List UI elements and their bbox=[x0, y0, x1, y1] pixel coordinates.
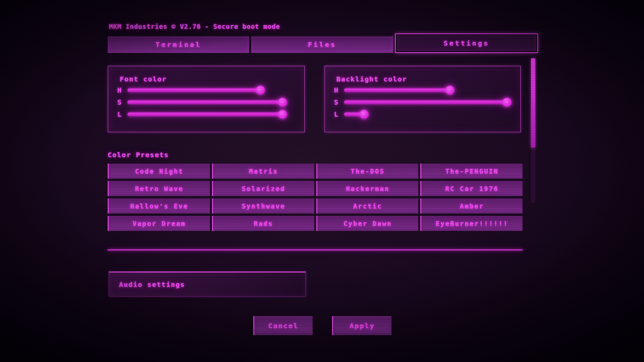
slider-knob[interactable] bbox=[278, 110, 287, 119]
slider-label-l: L bbox=[117, 110, 125, 118]
slider-knob[interactable] bbox=[278, 98, 287, 107]
scrollbar-thumb[interactable] bbox=[531, 58, 535, 147]
window-title: MKM Industries © V2.76 - Secure boot mod… bbox=[109, 23, 280, 30]
preset-button-arctic[interactable]: Arctic bbox=[316, 198, 419, 214]
font-color-sliders: HSL bbox=[108, 85, 304, 119]
preset-button-hallow-s-eve[interactable]: Hallow's Eve bbox=[108, 198, 210, 214]
preset-button-vapor-dream[interactable]: Vapor Dream bbox=[108, 216, 210, 231]
preset-button-hackerman[interactable]: Hackerman bbox=[316, 181, 419, 196]
preset-button-solarized[interactable]: Solarized bbox=[212, 181, 314, 196]
slider-fill bbox=[344, 101, 507, 104]
backlight-color-panel-slider-h[interactable] bbox=[344, 85, 512, 95]
font-color-panel-slider-l[interactable] bbox=[127, 110, 296, 119]
tab-settings[interactable]: Settings bbox=[395, 34, 538, 53]
audio-settings-label: Audio settings bbox=[119, 281, 185, 289]
preset-button-rads[interactable]: Rads bbox=[212, 216, 314, 231]
font-color-panel: Font color HSL bbox=[108, 66, 305, 132]
slider-label-s: S bbox=[334, 98, 341, 106]
section-divider bbox=[108, 249, 523, 250]
slider-knob[interactable] bbox=[360, 110, 369, 119]
backlight-color-panel-slider-l[interactable] bbox=[344, 110, 512, 119]
font-color-panel-row-h: H bbox=[117, 85, 296, 95]
tab-terminal[interactable]: Terminal bbox=[108, 36, 249, 53]
slider-fill bbox=[127, 101, 283, 104]
preset-button-rc-car-1976[interactable]: RC Car 1976 bbox=[420, 181, 523, 196]
backlight-color-panel-slider-s[interactable] bbox=[344, 98, 512, 107]
backlight-color-panel: Backlight color HSL bbox=[324, 66, 521, 132]
preset-button-amber[interactable]: Amber bbox=[420, 198, 523, 214]
preset-button-eyeburner[interactable]: EyeBurner!!!!!! bbox=[420, 216, 523, 231]
slider-fill bbox=[127, 113, 283, 116]
slider-label-h: H bbox=[334, 86, 341, 94]
backlight-color-panel-row-l: L bbox=[334, 109, 512, 119]
preset-button-synthwave[interactable]: Synthwave bbox=[212, 198, 314, 214]
font-color-panel-title: Font color bbox=[120, 75, 304, 83]
preset-button-matrix[interactable]: Matrix bbox=[212, 164, 314, 179]
backlight-color-sliders: HSL bbox=[325, 85, 520, 119]
font-color-panel-row-s: S bbox=[117, 97, 296, 107]
color-presets-title: Color Presets bbox=[108, 151, 169, 159]
slider-label-s: S bbox=[117, 98, 125, 106]
font-color-panel-slider-s[interactable] bbox=[127, 98, 296, 107]
preset-button-retro-wave[interactable]: Retro Wave bbox=[108, 181, 210, 196]
slider-fill bbox=[344, 88, 450, 92]
preset-button-the-dos[interactable]: The-DOS bbox=[316, 164, 419, 179]
crt-screen: MKM Industries © V2.76 - Secure boot mod… bbox=[0, 0, 644, 362]
preset-button-cyber-dawn[interactable]: Cyber Dawn bbox=[316, 216, 419, 231]
audio-settings-section[interactable]: Audio settings bbox=[109, 272, 306, 297]
slider-label-l: L bbox=[334, 110, 341, 118]
tab-bar: TerminalFilesSettings bbox=[108, 34, 538, 53]
backlight-color-panel-title: Backlight color bbox=[336, 75, 520, 83]
font-color-panel-row-l: L bbox=[117, 109, 296, 119]
preset-grid: Code NightMatrixThe-DOSThe-PENGUINRetro … bbox=[108, 164, 523, 231]
backlight-color-panel-row-h: H bbox=[334, 85, 512, 95]
apply-button[interactable]: Apply bbox=[332, 316, 391, 335]
slider-label-h: H bbox=[117, 86, 125, 94]
preset-button-the-penguin[interactable]: The-PENGUIN bbox=[420, 164, 523, 179]
scrollbar-track[interactable] bbox=[531, 58, 535, 202]
preset-button-code-night[interactable]: Code Night bbox=[108, 164, 210, 179]
slider-fill bbox=[127, 88, 261, 92]
slider-knob[interactable] bbox=[445, 86, 454, 95]
font-color-panel-slider-h[interactable] bbox=[127, 85, 296, 95]
slider-knob[interactable] bbox=[256, 86, 265, 95]
cancel-button[interactable]: Cancel bbox=[253, 316, 313, 335]
backlight-color-panel-row-s: S bbox=[334, 97, 512, 107]
tab-files[interactable]: Files bbox=[251, 36, 393, 53]
slider-knob[interactable] bbox=[502, 98, 512, 107]
